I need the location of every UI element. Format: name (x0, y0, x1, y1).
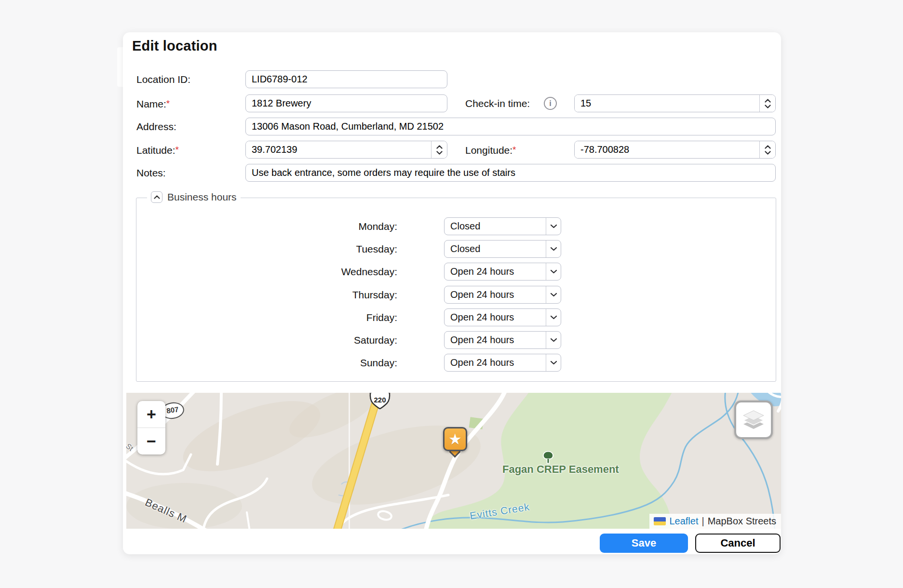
stepper-up-icon (765, 145, 771, 149)
location-map[interactable]: 807 220 St Bealls M Evitts Creek Fagan C… (126, 393, 781, 529)
chevron-down-icon (546, 354, 561, 371)
friday-select[interactable]: Open 24 hours (444, 308, 561, 326)
map-tiles (126, 393, 781, 529)
map-attribution: Leaflet | MapBox Streets (649, 514, 781, 529)
info-icon[interactable]: i (544, 97, 557, 110)
tree-icon (541, 450, 555, 467)
sunday-select[interactable]: Open 24 hours (444, 354, 561, 372)
stepper-up-icon (765, 99, 771, 103)
check-in-time-field (574, 94, 776, 112)
notes-label: Notes: (136, 164, 166, 182)
check-in-stepper[interactable] (759, 95, 775, 112)
monday-select[interactable]: Closed (444, 217, 561, 235)
check-in-time-label: Check-in time: (465, 94, 530, 112)
park-label: Fagan CREP Easement (502, 463, 619, 476)
notes-input[interactable] (245, 164, 776, 182)
required-asterisk: * (175, 145, 179, 155)
longitude-label: Longitude:* (465, 141, 516, 159)
star-marker-icon: ★ (448, 432, 462, 447)
longitude-stepper[interactable] (759, 141, 775, 158)
chevron-down-icon (546, 218, 561, 235)
collapse-button[interactable] (151, 191, 162, 203)
chevron-down-icon (546, 263, 561, 280)
attribution-provider: MapBox Streets (708, 516, 776, 527)
chevron-down-icon (546, 332, 561, 348)
stepper-down-icon (436, 151, 443, 155)
tuesday-select[interactable]: Closed (444, 240, 561, 258)
edit-location-dialog: Edit location Location ID: Name:* Check-… (123, 32, 781, 554)
zoom-out-button[interactable]: − (137, 428, 165, 454)
latitude-label: Latitude:* (136, 141, 179, 159)
business-hours-legend: Business hours (147, 191, 241, 203)
business-hours-fieldset: Business hours Monday: Closed Tuesday: C… (136, 198, 776, 382)
route-shield-220: 220 (368, 393, 392, 410)
saturday-select[interactable]: Open 24 hours (444, 331, 561, 349)
cancel-button[interactable]: Cancel (695, 534, 781, 553)
plus-icon: + (147, 405, 156, 424)
dialog-title: Edit location (132, 38, 217, 54)
required-asterisk: * (166, 98, 170, 108)
saturday-label: Saturday: (253, 331, 397, 349)
leaflet-link[interactable]: Leaflet (669, 516, 698, 527)
thursday-select[interactable]: Open 24 hours (444, 286, 561, 304)
sunday-label: Sunday: (253, 354, 397, 372)
minus-icon: − (147, 432, 156, 451)
chevron-down-icon (546, 309, 561, 326)
zoom-in-button[interactable]: + (137, 401, 165, 428)
stepper-down-icon (765, 105, 771, 108)
chevron-up-icon (154, 195, 160, 199)
friday-label: Friday: (253, 308, 397, 326)
page-background: Edit location Location ID: Name:* Check-… (0, 0, 903, 588)
longitude-field (574, 141, 776, 159)
location-id-input[interactable] (245, 70, 447, 88)
business-hours-title: Business hours (167, 191, 237, 203)
save-button[interactable]: Save (600, 534, 688, 553)
check-in-time-input[interactable] (575, 95, 759, 112)
thursday-label: Thursday: (253, 286, 397, 304)
chevron-down-icon (546, 241, 561, 257)
location-marker[interactable]: ★ (443, 427, 467, 451)
latitude-input[interactable] (246, 141, 431, 158)
latitude-field (245, 141, 447, 159)
map-zoom-control: + − (137, 401, 165, 454)
chevron-down-icon (546, 286, 561, 303)
ukraine-flag-icon (654, 517, 666, 525)
required-asterisk: * (512, 145, 516, 155)
wednesday-label: Wednesday: (253, 263, 397, 281)
layers-icon (742, 409, 765, 430)
attribution-separator: | (702, 516, 704, 527)
longitude-input[interactable] (575, 141, 759, 158)
name-label: Name:* (136, 94, 170, 113)
address-label: Address: (136, 118, 176, 135)
map-layers-button[interactable] (734, 401, 773, 439)
tuesday-label: Tuesday: (253, 240, 397, 258)
stepper-up-icon (436, 145, 443, 149)
name-input[interactable] (245, 94, 447, 112)
stepper-down-icon (765, 151, 771, 155)
location-id-label: Location ID: (136, 70, 190, 88)
monday-label: Monday: (253, 217, 397, 235)
wednesday-select[interactable]: Open 24 hours (444, 263, 561, 281)
latitude-stepper[interactable] (431, 141, 447, 158)
address-input[interactable] (245, 118, 776, 135)
